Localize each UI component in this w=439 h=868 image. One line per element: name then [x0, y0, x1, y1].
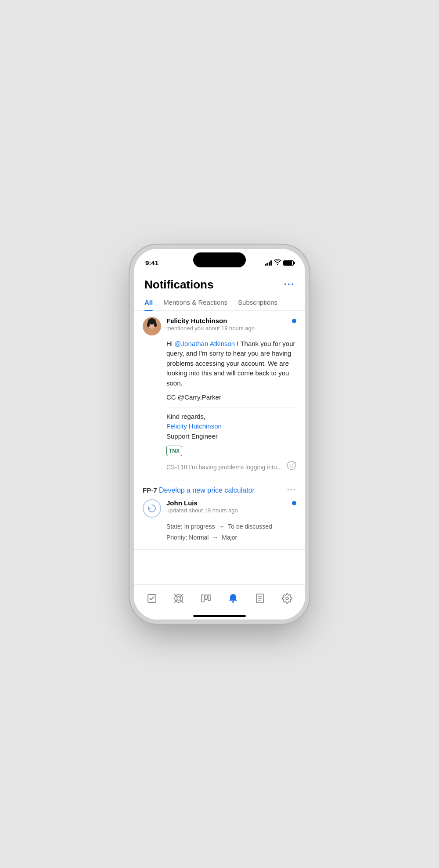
priority-change-row: Priority: Normal → Major	[166, 532, 296, 543]
mention-link[interactable]: @Jonathan Atkinson	[174, 340, 235, 347]
notif-meta-1: Felicity Hutchinson mentioned you about …	[166, 317, 287, 331]
unread-dot-2	[292, 501, 296, 505]
svg-rect-18	[202, 595, 204, 602]
notif-time-2: updated about 19 hours ago	[166, 507, 287, 514]
closing-text: Kind regards,	[166, 412, 296, 422]
phone-content: Notifications ··· All Mentions & Reactio…	[134, 271, 305, 619]
svg-point-10	[295, 462, 296, 464]
state-from: In progress	[184, 523, 215, 530]
issue-label-row: FP-7 Develop a new price calculator ···	[134, 480, 305, 497]
arrow-1: →	[218, 523, 226, 530]
tab-mentions[interactable]: Mentions & Reactions	[163, 299, 227, 310]
bottom-nav	[134, 584, 305, 619]
home-indicator	[193, 615, 246, 617]
state-label: State:	[166, 523, 183, 530]
role-text: Support Engineer	[166, 432, 296, 442]
nav-notifications[interactable]	[223, 589, 243, 608]
tab-subscriptions[interactable]: Subscriptions	[238, 299, 277, 310]
divider	[166, 407, 296, 407]
avatar-felicity	[143, 317, 161, 335]
notif-author-2: John Luis	[166, 499, 287, 507]
svg-point-8	[290, 465, 291, 465]
priority-label: Priority:	[166, 534, 187, 541]
page-title: Notifications	[144, 278, 213, 292]
page-header: Notifications ···	[134, 271, 305, 295]
signature-name[interactable]: Felicity Hutchinson	[166, 421, 296, 432]
issue-ref: CS-118 I'm having problems logging into.…	[166, 461, 296, 474]
more-options-button[interactable]: ···	[284, 279, 295, 290]
nav-help[interactable]	[169, 589, 188, 608]
priority-to: Major	[222, 534, 237, 541]
svg-point-13	[177, 597, 180, 600]
status-time: 9:41	[145, 259, 158, 267]
wifi-icon	[274, 259, 281, 266]
svg-point-9	[292, 465, 293, 465]
arrow-2: →	[212, 534, 220, 541]
svg-rect-20	[208, 595, 210, 601]
notif-header-1: Felicity Hutchinson mentioned you about …	[143, 317, 296, 335]
svg-point-21	[232, 601, 234, 603]
nav-tasks[interactable]	[142, 589, 162, 608]
state-to: To be discussed	[228, 523, 272, 530]
notif-meta-2: John Luis updated about 19 hours ago	[166, 499, 287, 514]
cycle-icon	[143, 499, 161, 518]
status-icons	[265, 259, 294, 266]
notif-header-2: John Luis updated about 19 hours ago	[143, 499, 296, 518]
tabs-bar: All Mentions & Reactions Subscriptions	[134, 295, 305, 311]
status-bar: 9:41	[134, 249, 305, 271]
state-change-row: State: In progress → To be discussed	[166, 521, 296, 532]
issue-ref-text: CS-118 I'm having problems logging into.…	[166, 463, 282, 472]
issue-id: FP-7	[143, 486, 157, 494]
svg-rect-19	[205, 595, 207, 599]
dynamic-island	[193, 252, 246, 267]
unread-dot-1	[292, 319, 296, 323]
tab-all[interactable]: All	[144, 299, 153, 310]
notification-item-2[interactable]: John Luis updated about 19 hours ago Sta…	[134, 497, 305, 550]
issue-title[interactable]: Develop a new price calculator	[159, 486, 255, 494]
nav-notes[interactable]	[250, 589, 270, 608]
issue-more-button[interactable]: ···	[287, 486, 296, 495]
signature-block: Kind regards, Felicity Hutchinson Suppor…	[166, 412, 296, 442]
emoji-react-icon[interactable]	[287, 461, 296, 474]
notif-message-1: Hi @Jonathan Atkinson ! Thank you for yo…	[166, 339, 296, 389]
phone-frame: 9:41 Notifications ···	[134, 249, 305, 619]
nav-settings[interactable]	[277, 589, 297, 608]
notif-author-1: Felicity Hutchinson	[166, 317, 287, 324]
cc-line: CC @Carry.Parker	[166, 393, 296, 403]
priority-from: Normal	[189, 534, 209, 541]
notif-time-1: mentioned you about 19 hours ago	[166, 325, 287, 331]
tag-badge: TNX	[166, 446, 182, 456]
state-change-block: State: In progress → To be discussed Pri…	[143, 521, 296, 543]
signal-icon	[265, 260, 272, 266]
issue-id-block: FP-7 Develop a new price calculator	[143, 486, 255, 494]
svg-point-4	[147, 323, 150, 327]
battery-icon	[283, 260, 294, 266]
svg-point-5	[154, 323, 157, 327]
notif-body-1: Hi @Jonathan Atkinson ! Thank you for yo…	[143, 339, 296, 474]
nav-board[interactable]	[196, 589, 216, 608]
notification-item-1[interactable]: Felicity Hutchinson mentioned you about …	[134, 311, 305, 481]
